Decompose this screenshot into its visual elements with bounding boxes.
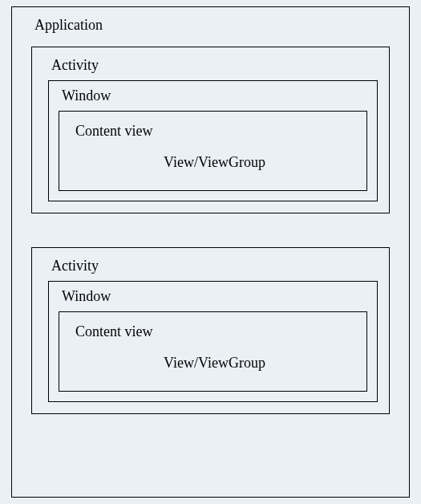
view-viewgroup-label: View/ViewGroup bbox=[72, 355, 357, 372]
window-label: Window bbox=[62, 288, 367, 305]
window-box: Window Content view View/ViewGroup bbox=[48, 281, 378, 402]
window-label: Window bbox=[62, 87, 367, 104]
activity-label: Activity bbox=[51, 57, 378, 74]
view-viewgroup-label: View/ViewGroup bbox=[72, 154, 357, 171]
content-view-label: Content view bbox=[75, 323, 357, 340]
activity-box: Activity Window Content view View/ViewGr… bbox=[31, 47, 390, 213]
content-view-box: Content view View/ViewGroup bbox=[59, 111, 367, 191]
diagram-canvas: Application Activity Window Content view… bbox=[0, 0, 421, 504]
content-view-label: Content view bbox=[75, 123, 357, 140]
window-box: Window Content view View/ViewGroup bbox=[48, 80, 378, 201]
activity-box: Activity Window Content view View/ViewGr… bbox=[31, 247, 390, 414]
activity-label: Activity bbox=[51, 258, 378, 274]
application-box: Application Activity Window Content view… bbox=[11, 6, 410, 498]
application-label: Application bbox=[34, 17, 390, 34]
content-view-box: Content view View/ViewGroup bbox=[59, 311, 367, 392]
